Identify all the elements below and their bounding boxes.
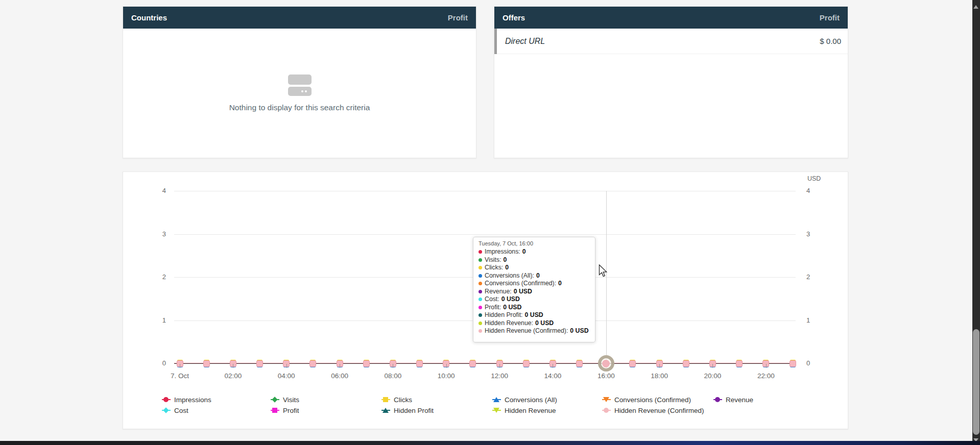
tooltip-series-bullet-icon — [479, 322, 482, 325]
data-point-marker[interactable] — [256, 360, 263, 367]
x-axis-tick — [393, 364, 393, 368]
legend-item-clicks[interactable]: Clicks — [381, 395, 412, 404]
data-point-marker[interactable] — [523, 360, 530, 367]
legend-item-conversions-confirmed-[interactable]: Conversions (Confirmed) — [602, 395, 691, 404]
tooltip-series-label: Impressions: — [485, 248, 520, 256]
x-axis-label: 22:00 — [748, 372, 784, 380]
legend-item-conversions-all-[interactable]: Conversions (All) — [492, 395, 557, 404]
data-point-marker[interactable] — [576, 360, 583, 367]
x-axis-line — [174, 363, 796, 364]
data-point-marker[interactable] — [736, 360, 743, 367]
scrollbar-thumb[interactable] — [973, 329, 979, 435]
data-point-marker[interactable] — [469, 360, 476, 367]
y-axis-label-left: 0 — [151, 359, 166, 367]
scrollbar-up-arrow-icon[interactable] — [973, 5, 978, 9]
offer-name[interactable]: Direct URL — [505, 37, 545, 46]
offers-table-row[interactable]: Direct URL $ 0.00 — [494, 29, 848, 54]
tooltip-series-value: 0 — [505, 264, 509, 272]
legend-item-profit[interactable]: Profit — [271, 406, 299, 414]
countries-empty-state: Nothing to display for this search crite… — [123, 29, 476, 158]
x-axis-tick — [712, 364, 713, 368]
tooltip-row: Hidden Profit:0 USD — [479, 311, 590, 319]
legend-marker-icon — [162, 407, 171, 414]
legend-marker-icon — [271, 407, 279, 414]
hovered-data-point[interactable] — [598, 355, 614, 372]
legend-item-impressions[interactable]: Impressions — [162, 395, 211, 404]
data-point-marker[interactable] — [416, 360, 423, 367]
x-axis-label: 16:00 — [588, 372, 624, 380]
data-point-marker[interactable] — [629, 360, 636, 367]
y-axis-label-right: 0 — [806, 359, 822, 367]
y-axis-label-left: 4 — [151, 187, 166, 194]
legend-label: Profit — [283, 407, 299, 414]
legend-item-cost[interactable]: Cost — [162, 406, 188, 414]
tooltip-series-bullet-icon — [479, 282, 482, 285]
legend-item-visits[interactable]: Visits — [271, 395, 299, 404]
tooltip-row: Profit:0 USD — [479, 304, 590, 312]
legend-label: Visits — [283, 396, 299, 404]
data-point-marker[interactable] — [683, 360, 689, 367]
data-point-marker[interactable] — [363, 360, 370, 367]
data-point-marker[interactable] — [790, 360, 796, 367]
x-axis-tick — [766, 364, 767, 368]
legend-label: Hidden Revenue — [505, 407, 556, 414]
tooltip-row: Hidden Revenue:0 USD — [479, 319, 590, 328]
data-point-marker[interactable] — [309, 360, 316, 367]
tooltip-series-label: Cost: — [485, 295, 499, 304]
tooltip-series-bullet-icon — [479, 298, 482, 301]
legend-label: Cost — [174, 407, 188, 414]
tooltip-row: Impressions:0 — [479, 248, 590, 256]
x-axis-tick — [180, 364, 180, 368]
legend-marker-icon — [713, 396, 722, 403]
y-axis-label-right: 2 — [806, 273, 822, 281]
tooltip-series-label: Profit: — [485, 304, 501, 312]
tooltip-header: Tuesday, 7 Oct, 16:00 — [479, 240, 590, 246]
legend-marker-icon — [381, 396, 390, 403]
tooltip-series-label: Clicks: — [485, 264, 503, 272]
tooltip-series-value: 0 USD — [535, 319, 554, 328]
tooltip-row: Clicks:0 — [479, 264, 590, 272]
gridline-y4 — [174, 191, 796, 191]
x-axis-tick — [340, 364, 340, 368]
y-axis-label-right: 3 — [806, 230, 822, 238]
legend-label: Impressions — [174, 396, 211, 404]
gridline-y3 — [174, 234, 796, 235]
x-axis-tick — [553, 364, 553, 368]
countries-panel: Countries Profit Nothing to display for … — [123, 6, 476, 158]
y-axis-label-right: 1 — [806, 316, 822, 324]
tooltip-series-value: 0 USD — [501, 295, 520, 304]
data-point-marker[interactable] — [203, 360, 210, 367]
tooltip-series-value: 0 — [536, 272, 540, 280]
tooltip-series-label: Hidden Revenue: — [485, 319, 533, 328]
tooltip-series-bullet-icon — [479, 306, 482, 309]
tooltip-row: Conversions (Confirmed):0 — [479, 280, 590, 288]
chart-tooltip: Tuesday, 7 Oct, 16:00 Impressions:0Visit… — [473, 237, 595, 342]
offers-left-scrollbar[interactable] — [494, 29, 497, 54]
legend-item-revenue[interactable]: Revenue — [713, 395, 753, 404]
tooltip-row: Hidden Revenue (Confirmed):0 USD — [479, 327, 590, 335]
tooltip-series-label: Conversions (All): — [485, 272, 534, 280]
countries-panel-header: Countries Profit — [123, 7, 476, 29]
tooltip-series-bullet-icon — [479, 290, 482, 293]
y-axis-label-right: 4 — [806, 187, 822, 194]
tooltip-series-bullet-icon — [479, 266, 482, 269]
page-scrollbar[interactable] — [972, 0, 980, 445]
legend-label: Revenue — [726, 396, 753, 404]
legend-marker-icon — [271, 396, 279, 403]
tooltip-series-bullet-icon — [479, 329, 482, 333]
x-axis-label: 06:00 — [322, 372, 357, 380]
legend-item-hidden-revenue-confirmed-[interactable]: Hidden Revenue (Confirmed) — [602, 406, 704, 414]
x-axis-tick — [659, 364, 660, 368]
legend-marker-icon — [602, 396, 611, 403]
offers-panel-header: Offers Profit — [494, 7, 848, 29]
legend-item-hidden-revenue[interactable]: Hidden Revenue — [492, 406, 556, 414]
tooltip-row: Cost:0 USD — [479, 295, 590, 304]
x-axis-label: 04:00 — [269, 372, 304, 380]
tooltip-series-value: 0 USD — [570, 327, 588, 335]
tooltip-series-value: 0 USD — [525, 311, 543, 319]
y-axis-label-left: 1 — [151, 316, 166, 324]
tooltip-series-label: Revenue: — [485, 288, 512, 296]
tooltip-series-bullet-icon — [479, 250, 482, 254]
y-axis-label-left: 2 — [151, 273, 166, 281]
legend-item-hidden-profit[interactable]: Hidden Profit — [381, 406, 434, 414]
